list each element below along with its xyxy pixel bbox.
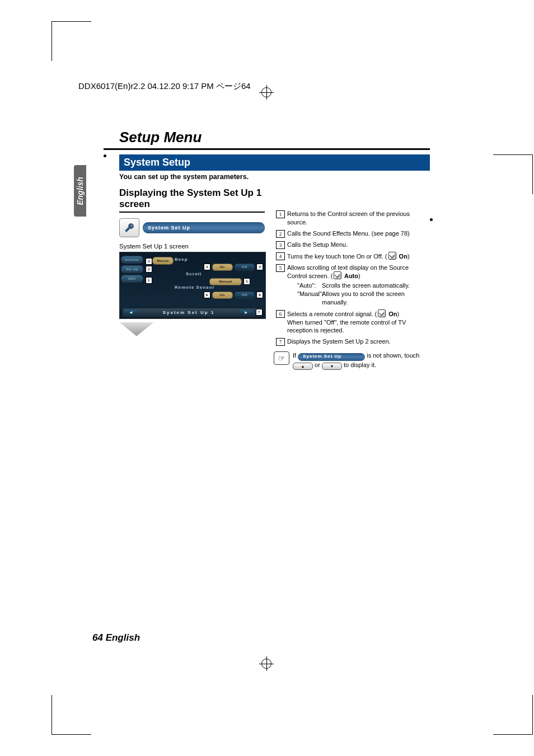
crop-mark [493,695,533,735]
down-arrow-icon [119,322,154,336]
callout-desc-4: 4Turns the key touch tone On or Off. ( O… [276,252,430,261]
callout-1: 1 [146,277,152,284]
src-button: SRC [121,275,143,283]
callout-7: 7 [256,309,263,316]
status-bar: ◄ System Set Up 1 ► 7 [122,308,263,317]
section-heading: System Setup [119,154,430,171]
bleed-dot [430,218,433,221]
subheading: Displaying the System Set Up 1 screen [119,187,265,213]
callout-number: 2 [276,230,285,238]
pen-icon [334,271,341,279]
crop-mark [51,21,91,61]
menue-tab: Menue [152,257,174,265]
callout-desc-3: 3Calls the Setup Menu. [276,241,430,249]
next-page-button: ► [239,309,254,316]
registration-mark [259,85,274,100]
callout-desc-6: 6Selects a remote control signal. ( On)W… [276,309,430,335]
remote-off: Off [235,292,255,299]
menu-pill-inline: System Set Up [298,353,365,361]
callout-text: Displays the System Set Up 2 screen. [287,337,430,346]
callout-desc-7: 7Displays the System Set Up 2 screen. [276,337,430,346]
callout-number: 6 [276,310,285,318]
crop-mark [493,154,533,194]
menu-pill-system-setup: System Set Up [143,222,265,233]
callout-desc-5: 5Allows scrolling of text display on the… [276,264,430,307]
hand-icon: ☞ [274,351,289,365]
pen-icon [388,252,396,260]
wrench-icon [119,218,139,237]
callout-4a: 4 [204,264,210,270]
up-arrow-button: ▲ [293,363,313,370]
page-number: 64 English [92,632,140,644]
device-screenshot: monitor Set Up SRC 3 2 1 Menue Beep 4 On… [119,252,266,319]
callout-number: 3 [276,241,285,249]
callout-3: 3 [146,258,152,265]
callout-text: Calls the Setup Menu. [287,241,430,249]
beep-off: Off [235,264,255,271]
remote-sensor-label: Remote Sensor [175,285,215,290]
language-tab-label: English [76,177,85,205]
print-job-tag: DDX6017(En)r2.2 04.12.20 9:17 PM ページ64 [78,81,251,92]
callout-number: 4 [276,252,285,260]
callout-2: 2 [146,266,152,273]
callout-text: Calls the Sound Effects Menu. (see page … [287,229,430,238]
screenshot-caption: System Set Up 1 screen [119,243,265,250]
callout-text: Returns to the Control screen of the pre… [287,210,430,227]
setup-button: Set Up [121,265,143,273]
note-text: If System Set Up is not shown, touch ▲ o… [293,351,430,369]
language-tab: English [74,165,86,217]
beep-on: On [212,264,233,271]
crop-mark [51,695,91,735]
callout-4b: 4 [256,264,263,270]
status-bar-label: System Set Up 1 [139,310,238,315]
monitor-button: monitor [121,256,143,264]
callout-number: 7 [276,338,285,346]
callout-6a: 6 [204,292,210,298]
callout-5: 5 [243,278,250,285]
callout-desc-2: 2Calls the Sound Effects Menu. (see page… [276,229,430,238]
scroll-label: Scroll [186,271,202,276]
callout-number: 1 [276,210,285,218]
page-title: Setup Menu [119,129,430,146]
callout-6b: 6 [256,292,263,298]
prev-page-button: ◄ [124,309,138,316]
callout-text: Selects a remote control signal. ( On)Wh… [287,309,430,335]
note: ☞If System Set Up is not shown, touch ▲ … [274,351,430,369]
callout-number: 5 [276,264,285,272]
rule [104,148,430,150]
beep-label: Beep [175,257,188,262]
down-arrow-button: ▼ [322,363,342,370]
callout-desc-1: 1Returns to the Control screen of the pr… [276,210,430,227]
intro-text: You can set up the system parameters. [119,173,430,181]
pen-icon [378,309,386,317]
remote-on: On [212,292,233,299]
callout-text: Turns the key touch tone On or Off. ( On… [287,252,430,261]
registration-mark [259,656,274,671]
callout-text: Allows scrolling of text display on the … [287,264,430,307]
